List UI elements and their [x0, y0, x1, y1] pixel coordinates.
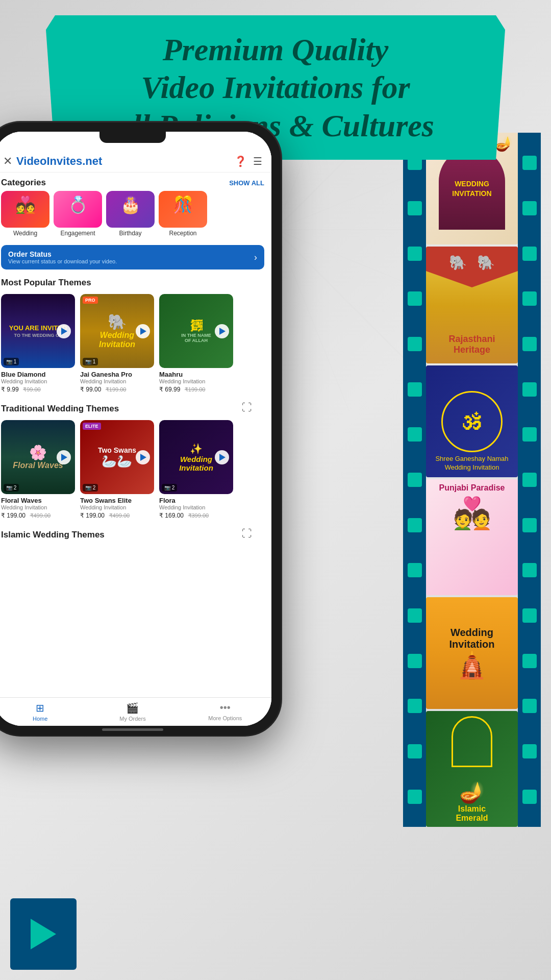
category-engagement-label: Engagement [60, 230, 95, 237]
rajasthani-label: RajasthaniHeritage [448, 334, 495, 356]
flora-play-btn[interactable] [215, 450, 229, 464]
engagement-cat-icon: 💍 [54, 191, 102, 214]
film-hole [408, 247, 422, 261]
film-hole [408, 337, 422, 351]
temple-icon: 🛕 [456, 650, 488, 680]
lantern-right-icon: 🪔 [495, 135, 513, 152]
film-hole [522, 382, 537, 397]
jai-ganesha-type: Wedding Invitation [80, 378, 154, 384]
play-icon [61, 454, 67, 461]
category-reception-img: 🎊 [159, 191, 207, 228]
floral-waves-play-btn[interactable] [57, 450, 71, 464]
elephant-icon-left: 🐘 [449, 254, 467, 271]
two-swans-price: ₹ 199.00 ₹499.00 [80, 510, 154, 520]
orders-nav-icon: 🎬 [126, 702, 139, 714]
two-swans-photo-count: 📷 2 [83, 484, 98, 492]
film-hole [408, 427, 422, 442]
jai-ganesha-photo-count: 📷 1 [83, 358, 98, 365]
blue-diamond-name: Blue Diamond [1, 371, 75, 378]
app-content: ✕ VideoInvites.net ❓ ☰ Categories SHOW A… [0, 132, 271, 726]
phone-home-indicator [102, 728, 163, 731]
app-body[interactable]: Categories SHOW ALL 💑 Wedding 💍 [0, 173, 271, 697]
home-nav-label: Home [33, 716, 47, 722]
category-birthday[interactable]: 🎂 Birthday [106, 191, 155, 237]
film-hole [522, 563, 537, 577]
nav-home[interactable]: ⊞ Home [0, 698, 86, 726]
film-hole [522, 608, 537, 623]
theme-card-blue-diamond[interactable]: YOU ARE INVITED TO THE WEDDING OF 📷 1 Bl… [1, 294, 75, 394]
home-nav-icon: ⊞ [36, 702, 44, 714]
theme-card-flora[interactable]: ✨ WeddingInvitation 📷 2 Flora W [159, 420, 233, 520]
orders-nav-label: My Orders [119, 716, 145, 722]
traditional-themes-scroll: 🌸 Floral Waves 📷 2 Floral Waves [0, 417, 271, 525]
order-status-arrow-icon: › [254, 252, 257, 263]
phone-screen: ✕ VideoInvites.net ❓ ☰ Categories SHOW A… [0, 132, 271, 726]
film-hole [408, 518, 422, 532]
theme-card-maahru[interactable]: ﷽ IN THE NAMEOF ALLAH Maahru Wedding Inv… [159, 294, 233, 394]
categories-section-header: Categories SHOW ALL [0, 173, 271, 191]
two-swans-play-btn[interactable] [136, 450, 150, 464]
film-hole [408, 744, 422, 758]
film-hole [522, 201, 537, 215]
order-status-banner[interactable]: Order Status View current status or down… [1, 245, 264, 270]
film-hole [522, 427, 537, 442]
punjabi-label: Punjabi Paradise [439, 483, 505, 493]
film-card-rajasthani: 🐘 🐘 RajasthaniHeritage [426, 247, 518, 363]
nav-more[interactable]: ••• More Options [179, 698, 271, 726]
film-hole [408, 608, 422, 623]
arch-decoration: WEDDINGINVITATION [439, 148, 505, 230]
help-icon[interactable]: ❓ [234, 155, 247, 167]
floral-waves-name: Floral Waves [1, 497, 75, 504]
film-hole [408, 699, 422, 713]
categories-title: Categories [1, 178, 46, 188]
category-wedding[interactable]: 💑 Wedding [1, 191, 49, 237]
category-engagement[interactable]: 💍 Engagement [54, 191, 102, 237]
order-status-text: Order Status View current status or down… [8, 250, 117, 264]
elephant-icon-right: 🐘 [477, 254, 495, 271]
floral-waves-img: 🌸 Floral Waves 📷 2 [1, 420, 75, 494]
film-hole [522, 699, 537, 713]
close-button[interactable]: ✕ [3, 155, 12, 168]
expand-islamic-button[interactable]: ⛶ [242, 528, 252, 540]
category-reception[interactable]: 🎊 Reception [159, 191, 207, 237]
category-wedding-label: Wedding [13, 230, 37, 237]
phone-notch [99, 132, 166, 143]
expand-traditional-button[interactable]: ⛶ [242, 402, 252, 413]
film-hole [408, 382, 422, 397]
film-hole [522, 156, 537, 170]
maahru-play-btn[interactable] [215, 324, 229, 338]
floral-waves-photo-count: 📷 2 [4, 484, 19, 492]
two-swans-name: Two Swans Elite [80, 497, 154, 504]
jai-ganesha-play-btn[interactable] [136, 324, 150, 338]
category-birthday-label: Birthday [119, 230, 141, 237]
phone-body: ✕ VideoInvites.net ❓ ☰ Categories SHOW A… [0, 122, 281, 735]
play-icon [61, 328, 67, 335]
two-swans-img: Two Swans 🦢🦢 ELITE 📷 2 [80, 420, 154, 494]
film-hole [522, 473, 537, 487]
theme-card-floral-waves[interactable]: 🌸 Floral Waves 📷 2 Floral Waves [1, 420, 75, 520]
film-hole [522, 247, 537, 261]
maahru-img: ﷽ IN THE NAMEOF ALLAH [159, 294, 233, 368]
film-hole [522, 291, 537, 306]
menu-icon[interactable]: ☰ [253, 155, 262, 167]
film-hole [408, 291, 422, 306]
theme-card-jai-ganesha[interactable]: 🐘 WeddingInvitation PRO 📷 1 [80, 294, 154, 394]
theme-card-two-swans[interactable]: Two Swans 🦢🦢 ELITE 📷 2 Two [80, 420, 154, 520]
golden-title: WeddingInvitation [449, 627, 495, 650]
film-hole [408, 563, 422, 577]
more-nav-icon: ••• [220, 702, 231, 714]
film-hole [408, 654, 422, 668]
nav-orders[interactable]: 🎬 My Orders [86, 698, 179, 726]
wedding-inv-text: WEDDINGINVITATION [452, 179, 491, 198]
jai-ganesha-img: 🐘 WeddingInvitation PRO 📷 1 [80, 294, 154, 368]
popular-section-header: Most Popular Themes [0, 273, 271, 291]
category-wedding-img: 💑 [1, 191, 49, 228]
film-card-golden: WeddingInvitation 🛕 [426, 597, 518, 709]
popular-themes-scroll: YOU ARE INVITED TO THE WEDDING OF 📷 1 Bl… [0, 291, 271, 399]
blue-diamond-play-btn[interactable] [57, 324, 71, 338]
maahru-price: ₹ 69.99 ₹199.00 [159, 384, 233, 394]
show-all-button[interactable]: SHOW ALL [229, 179, 264, 187]
two-swans-type: Wedding Invitation [80, 504, 154, 510]
traditional-title: Traditional Wedding Themes [1, 404, 119, 414]
jai-ganesha-name: Jai Ganesha Pro [80, 371, 154, 378]
